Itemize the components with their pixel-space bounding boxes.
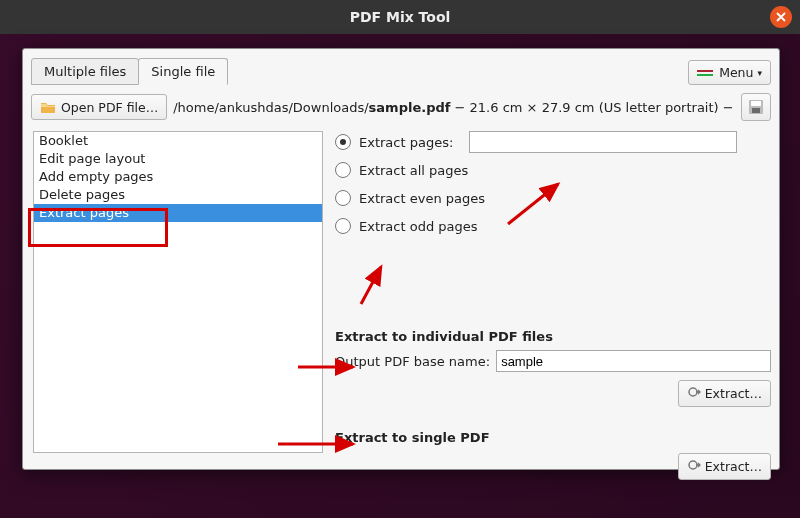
- file-bar: Open PDF file… /home/ankushdas/Downloads…: [31, 93, 771, 121]
- chevron-down-icon: ▾: [757, 68, 762, 78]
- gear-export-icon: [687, 385, 701, 402]
- radio-label-extract-all: Extract all pages: [359, 163, 468, 178]
- radio-icon: [335, 134, 351, 150]
- extract-panel: Extract pages: Extract all pages Extract…: [335, 131, 771, 471]
- radio-row-extract-odd[interactable]: Extract odd pages: [335, 215, 771, 237]
- menu-button[interactable]: Menu ▾: [688, 60, 771, 85]
- operations-list[interactable]: Booklet Edit page layout Add empty pages…: [33, 131, 323, 453]
- file-info: /home/ankushdas/Downloads/sample.pdf − 2…: [173, 100, 735, 115]
- folder-open-icon: [40, 99, 56, 115]
- desktop: PDF Mix Tool Multiple files Single file …: [0, 0, 800, 518]
- output-row: Output PDF base name:: [335, 350, 771, 372]
- menu-button-label: Menu: [719, 65, 753, 80]
- svg-point-4: [689, 461, 697, 469]
- section-extract-individual: Extract to individual PDF files: [335, 329, 771, 344]
- top-row: Multiple files Single file Menu ▾: [23, 49, 779, 85]
- window-title: PDF Mix Tool: [350, 9, 451, 25]
- open-pdf-button[interactable]: Open PDF file…: [31, 94, 167, 120]
- radio-icon: [335, 190, 351, 206]
- tab-single-file[interactable]: Single file: [138, 58, 228, 85]
- pages-input[interactable]: [469, 131, 737, 153]
- op-extract-pages[interactable]: Extract pages: [34, 204, 322, 222]
- output-label: Output PDF base name:: [335, 354, 490, 369]
- titlebar: PDF Mix Tool: [0, 0, 800, 34]
- svg-rect-2: [752, 108, 760, 113]
- radio-icon: [335, 162, 351, 178]
- extract-individual-button[interactable]: Extract…: [678, 380, 771, 407]
- app-window: Multiple files Single file Menu ▾ Open P…: [22, 48, 780, 470]
- radio-row-extract-pages[interactable]: Extract pages:: [335, 131, 771, 153]
- svg-point-3: [689, 388, 697, 396]
- op-edit-page-layout[interactable]: Edit page layout: [34, 150, 322, 168]
- close-icon[interactable]: [770, 6, 792, 28]
- gear-export-icon: [687, 458, 701, 475]
- extract-button-label: Extract…: [705, 459, 762, 474]
- open-pdf-label: Open PDF file…: [61, 100, 158, 115]
- radio-icon: [335, 218, 351, 234]
- file-path-prefix: /home/ankushdas/Downloads/: [173, 100, 368, 115]
- save-icon: [748, 99, 764, 115]
- radio-row-extract-all[interactable]: Extract all pages: [335, 159, 771, 181]
- radio-label-extract-even: Extract even pages: [359, 191, 485, 206]
- tab-multiple-files[interactable]: Multiple files: [31, 58, 139, 85]
- output-basename-input[interactable]: [496, 350, 771, 372]
- save-button[interactable]: [741, 93, 771, 121]
- menu-icon: [697, 66, 715, 80]
- section-extract-single: Extract to single PDF: [335, 430, 771, 445]
- op-add-empty-pages[interactable]: Add empty pages: [34, 168, 322, 186]
- op-delete-pages[interactable]: Delete pages: [34, 186, 322, 204]
- file-name: sample.pdf: [369, 100, 451, 115]
- radio-row-extract-even[interactable]: Extract even pages: [335, 187, 771, 209]
- file-details: − 21.6 cm × 27.9 cm (US letter portrait)…: [450, 100, 735, 115]
- radio-label-extract-pages: Extract pages:: [359, 135, 453, 150]
- main-body: Booklet Edit page layout Add empty pages…: [33, 131, 771, 471]
- tab-bar: Multiple files Single file: [31, 57, 227, 85]
- extract-single-button[interactable]: Extract…: [678, 453, 771, 480]
- radio-label-extract-odd: Extract odd pages: [359, 219, 478, 234]
- extract-button-label: Extract…: [705, 386, 762, 401]
- op-booklet[interactable]: Booklet: [34, 132, 322, 150]
- svg-rect-1: [751, 101, 761, 106]
